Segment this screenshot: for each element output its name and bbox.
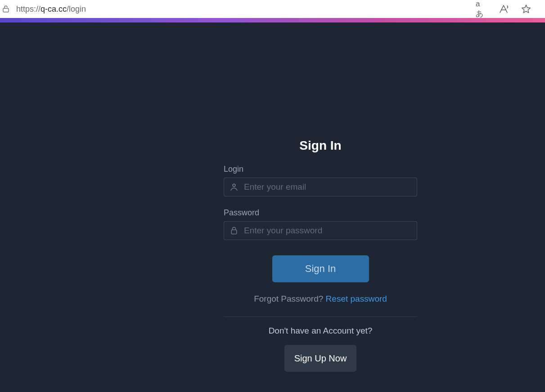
page-title: Sign In bbox=[224, 138, 417, 153]
url-host: q-ca.cc bbox=[41, 4, 67, 13]
header-gradient-strip bbox=[0, 18, 545, 22]
login-field-label: Login bbox=[224, 165, 417, 174]
page-body: Sign In Login Password Sign In bbox=[0, 22, 545, 392]
lock-icon bbox=[224, 226, 244, 235]
read-aloud-icon[interactable] bbox=[498, 4, 509, 14]
login-field-wrap bbox=[224, 178, 417, 196]
site-lock-icon[interactable] bbox=[1, 4, 11, 14]
browser-address-bar: https://q-ca.cc/login aあ bbox=[0, 0, 545, 18]
translate-icon[interactable]: aあ bbox=[476, 4, 486, 14]
password-field[interactable] bbox=[244, 222, 417, 240]
forgot-password-row: Forgot Password? Reset password bbox=[224, 294, 417, 317]
url-path: /login bbox=[67, 4, 86, 13]
favorite-star-icon[interactable] bbox=[521, 4, 531, 14]
login-form: Sign In Login Password Sign In bbox=[224, 138, 417, 372]
svg-marker-1 bbox=[522, 5, 530, 13]
password-field-wrap bbox=[224, 221, 417, 240]
user-icon bbox=[224, 182, 244, 192]
no-account-prompt: Don't have an Account yet? bbox=[224, 326, 417, 336]
svg-rect-3 bbox=[231, 230, 237, 234]
address-url[interactable]: https://q-ca.cc/login bbox=[16, 4, 467, 14]
url-scheme: https:// bbox=[16, 4, 41, 13]
password-field-label: Password bbox=[224, 208, 417, 218]
forgot-password-prompt: Forgot Password? bbox=[254, 294, 325, 303]
email-field[interactable] bbox=[244, 178, 417, 196]
svg-point-2 bbox=[233, 184, 235, 187]
reset-password-link[interactable]: Reset password bbox=[326, 294, 387, 303]
browser-action-icons: aあ bbox=[476, 4, 540, 14]
signup-button[interactable]: Sign Up Now bbox=[284, 345, 357, 372]
svg-rect-0 bbox=[3, 9, 9, 12]
signin-button[interactable]: Sign In bbox=[272, 255, 369, 282]
